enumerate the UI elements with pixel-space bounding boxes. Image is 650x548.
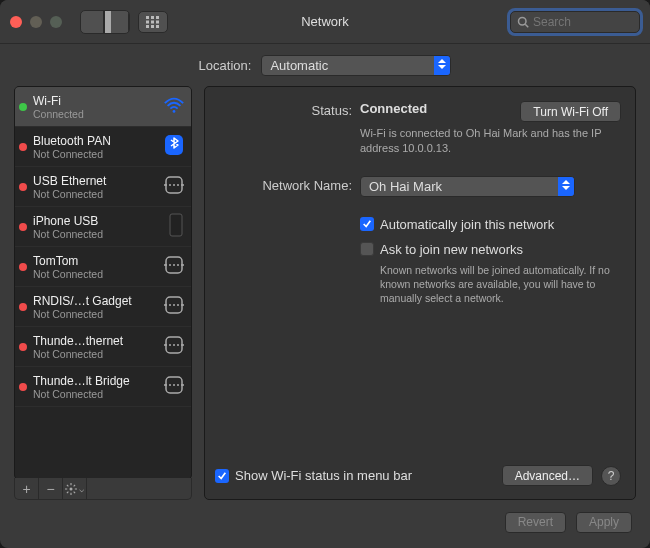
add-service-button[interactable]: +	[15, 478, 39, 500]
svg-rect-17	[170, 214, 182, 236]
location-popup[interactable]: Automatic	[261, 55, 451, 76]
svg-rect-1	[151, 16, 154, 19]
service-status: Not Connected	[33, 228, 161, 240]
network-preferences-window: Network Location: Automatic Wi-FiConnect…	[0, 0, 650, 548]
service-item[interactable]: TomTomNot Connected	[15, 247, 191, 287]
status-label: Status:	[215, 101, 360, 156]
content: Wi-FiConnectedBluetooth PANNot Connected…	[0, 86, 650, 500]
footer: Revert Apply	[0, 500, 650, 548]
service-item[interactable]: Thunde…thernetNot Connected	[15, 327, 191, 367]
service-status: Not Connected	[33, 268, 157, 280]
svg-point-28	[173, 344, 175, 346]
zoom-window-button[interactable]	[50, 16, 62, 28]
search-field[interactable]	[510, 11, 640, 33]
status-sub: Wi-Fi is connected to Oh Hai Mark and ha…	[360, 126, 621, 156]
service-item[interactable]: USB EthernetNot Connected	[15, 167, 191, 207]
status-dot-icon	[19, 263, 27, 271]
show-menu-label: Show Wi-Fi status in menu bar	[235, 468, 412, 483]
status-dot-icon	[19, 343, 27, 351]
auto-join-checkbox[interactable]: Automatically join this network	[360, 217, 621, 232]
svg-point-31	[169, 384, 171, 386]
show-menu-checkbox[interactable]: Show Wi-Fi status in menu bar	[215, 468, 412, 483]
service-item[interactable]: iPhone USBNot Connected	[15, 207, 191, 247]
ethernet-icon	[163, 294, 185, 319]
service-name: TomTom	[33, 254, 157, 268]
popup-arrows-icon	[558, 176, 574, 197]
forward-button[interactable]	[105, 11, 129, 33]
turn-wifi-off-button[interactable]: Turn Wi-Fi Off	[520, 101, 621, 122]
service-item[interactable]: Wi-FiConnected	[15, 87, 191, 127]
close-window-button[interactable]	[10, 16, 22, 28]
popup-arrows-icon	[434, 55, 450, 76]
network-name-label: Network Name:	[215, 176, 360, 197]
service-name: iPhone USB	[33, 214, 161, 228]
location-value: Automatic	[270, 58, 328, 73]
service-item[interactable]: Thunde…lt BridgeNot Connected	[15, 367, 191, 407]
back-button[interactable]	[81, 11, 105, 33]
svg-rect-5	[156, 20, 159, 23]
service-status: Not Connected	[33, 188, 157, 200]
sidebar-toolbar: + − ⌵	[14, 478, 192, 500]
service-actions-button[interactable]: ⌵	[63, 478, 87, 500]
bluetooth-icon	[163, 134, 185, 159]
location-row: Location: Automatic	[0, 44, 650, 86]
svg-point-29	[177, 344, 179, 346]
service-name: RNDIS/…t Gadget	[33, 294, 157, 308]
search-input[interactable]	[533, 15, 650, 29]
svg-point-16	[177, 184, 179, 186]
svg-point-24	[173, 304, 175, 306]
status-dot-icon	[19, 303, 27, 311]
apply-button[interactable]: Apply	[576, 512, 632, 533]
ask-join-checkbox[interactable]: Ask to join new networks	[360, 242, 621, 257]
nav-back-forward	[80, 10, 130, 34]
status-value: Connected	[360, 101, 427, 116]
ethernet-icon	[163, 334, 185, 359]
network-name-value: Oh Hai Mark	[369, 179, 442, 194]
checkbox-icon	[360, 217, 374, 231]
show-all-button[interactable]	[138, 11, 168, 33]
location-label: Location:	[199, 58, 252, 73]
ethernet-icon	[163, 254, 185, 279]
wifi-icon	[163, 95, 185, 118]
service-list[interactable]: Wi-FiConnectedBluetooth PANNot Connected…	[14, 86, 192, 480]
svg-point-19	[169, 264, 171, 266]
minimize-window-button[interactable]	[30, 16, 42, 28]
service-item[interactable]: Bluetooth PANNot Connected	[15, 127, 191, 167]
service-name: Thunde…thernet	[33, 334, 157, 348]
network-name-popup[interactable]: Oh Hai Mark	[360, 176, 575, 197]
iphone-icon	[167, 213, 185, 240]
auto-join-label: Automatically join this network	[380, 217, 554, 232]
svg-point-25	[177, 304, 179, 306]
checkbox-icon	[215, 469, 229, 483]
svg-rect-7	[151, 25, 154, 28]
status-dot-icon	[19, 383, 27, 391]
status-dot-icon	[19, 143, 27, 151]
help-button[interactable]: ?	[601, 466, 621, 486]
titlebar: Network	[0, 0, 650, 44]
svg-point-15	[173, 184, 175, 186]
advanced-button[interactable]: Advanced…	[502, 465, 593, 486]
ethernet-icon	[163, 174, 185, 199]
revert-button[interactable]: Revert	[505, 512, 566, 533]
service-item[interactable]: RNDIS/…t GadgetNot Connected	[15, 287, 191, 327]
service-name: Thunde…lt Bridge	[33, 374, 157, 388]
status-dot-icon	[19, 223, 27, 231]
svg-point-33	[177, 384, 179, 386]
svg-rect-0	[146, 16, 149, 19]
svg-point-27	[169, 344, 171, 346]
service-name: Wi-Fi	[33, 94, 157, 108]
service-status: Connected	[33, 108, 157, 120]
ask-join-sub: Known networks will be joined automatica…	[360, 263, 621, 306]
svg-point-11	[173, 110, 176, 113]
service-status: Not Connected	[33, 388, 157, 400]
sidebar-wrap: Wi-FiConnectedBluetooth PANNot Connected…	[14, 86, 192, 500]
gear-icon	[65, 483, 77, 495]
svg-point-20	[173, 264, 175, 266]
remove-service-button[interactable]: −	[39, 478, 63, 500]
svg-point-34	[70, 487, 73, 490]
svg-point-21	[177, 264, 179, 266]
ask-join-label: Ask to join new networks	[380, 242, 523, 257]
svg-line-10	[525, 24, 528, 27]
svg-rect-4	[151, 20, 154, 23]
search-icon	[517, 16, 529, 28]
